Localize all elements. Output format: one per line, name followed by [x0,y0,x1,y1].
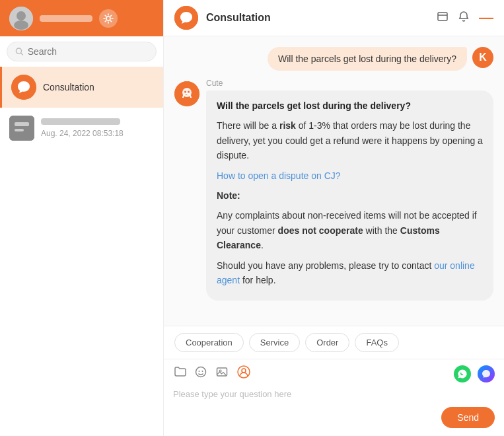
svg-point-21 [242,369,246,373]
svg-point-15 [196,367,206,377]
folder-icon[interactable] [173,365,186,382]
agent-icon[interactable] [236,365,251,382]
svg-point-3 [106,17,110,20]
chat-list: Consultation Aug. 24, 2022 08:53:18 [0,67,163,436]
sidebar-header [0,0,163,36]
recent-name-blurred [41,118,120,125]
sender-name: Cute [206,79,493,88]
dispute-link[interactable]: How to open a dispute on CJ? [217,170,341,181]
message-left: Cute Will the parcels get lost during th… [174,79,493,301]
para-3: Any complaints about non-received items … [217,208,483,252]
recent-avatar [9,116,34,141]
svg-point-16 [199,371,200,372]
quick-reply-order[interactable]: Order [305,333,349,352]
header-avatar [174,6,198,30]
recent-time: Aug. 24, 2022 08:53:18 [41,129,154,138]
image-icon[interactable] [215,365,229,382]
left-bubble: Will the parcels get lost during the del… [206,91,493,301]
search-input[interactable] [28,46,148,57]
agent-link[interactable]: our online agent [217,260,475,285]
messenger-icon[interactable] [478,365,495,382]
consultation-info: Consultation [43,82,154,92]
quick-reply-service[interactable]: Service [249,333,300,352]
search-bar [0,36,163,67]
svg-point-17 [202,371,203,372]
svg-rect-7 [15,122,29,126]
svg-rect-8 [15,129,24,131]
chat-main: Consultation — Will the parcels get lost… [164,0,504,436]
right-bubble: Will the parcels get lost during the del… [268,47,467,71]
svg-point-1 [17,11,26,20]
sidebar: Consultation Aug. 24, 2022 08:53:18 [0,0,164,436]
settings-icon[interactable] [99,9,118,28]
quick-reply-cooperation[interactable]: Cooperation [174,333,244,352]
chat-title: Consultation [206,12,429,24]
chat-header: Consultation — [164,0,504,36]
message-heading: Will the parcels get lost during the del… [217,98,483,113]
svg-rect-10 [438,13,447,20]
bot-avatar [174,81,199,106]
bot-message-content: Cute Will the parcels get lost during th… [206,79,493,301]
svg-point-14 [188,91,190,93]
para-4: Should you have any problems, please try… [217,258,483,288]
user-avatar [9,7,33,30]
message-right: Will the parcels get lost during the del… [174,47,493,71]
username-blurred [40,15,92,22]
chat-messages: Will the parcels get lost during the del… [164,36,504,326]
external-chat-icons [454,365,495,382]
quick-reply-faqs[interactable]: FAQs [355,333,399,352]
search-input-wrap[interactable] [7,42,157,61]
chat-item-consultation[interactable]: Consultation [0,67,163,108]
chat-input-area: Please type your question here Send [164,359,504,436]
send-button[interactable]: Send [441,407,495,428]
right-avatar: K [472,47,493,68]
recent-info: Aug. 24, 2022 08:53:18 [41,118,154,138]
quick-replies: Cooperation Service Order FAQs [164,326,504,359]
input-placeholder: Please type your question here [173,389,291,399]
input-tools [173,365,495,382]
consultation-name: Consultation [43,82,154,92]
consultation-avatar [11,75,36,100]
whatsapp-icon[interactable] [454,365,471,382]
para-1: There will be a risk of 1-3% that orders… [217,118,483,163]
para-note: Note: [217,188,483,203]
svg-point-2 [14,20,28,30]
bell-icon[interactable] [458,11,470,26]
svg-point-13 [184,91,186,93]
right-message-text: Will the parcels get lost during the del… [278,54,456,64]
input-bottom: Send [173,404,495,431]
minimize-icon[interactable]: — [479,9,493,26]
chat-input-box[interactable]: Please type your question here [173,386,495,404]
header-icons: — [437,9,493,26]
svg-rect-6 [9,116,34,141]
para-2: How to open a dispute on CJ? [217,168,483,183]
emoji-icon[interactable] [194,365,207,382]
search-icon [15,47,24,56]
chat-item-recent[interactable]: Aug. 24, 2022 08:53:18 [0,108,163,149]
window-icon[interactable] [437,11,449,26]
